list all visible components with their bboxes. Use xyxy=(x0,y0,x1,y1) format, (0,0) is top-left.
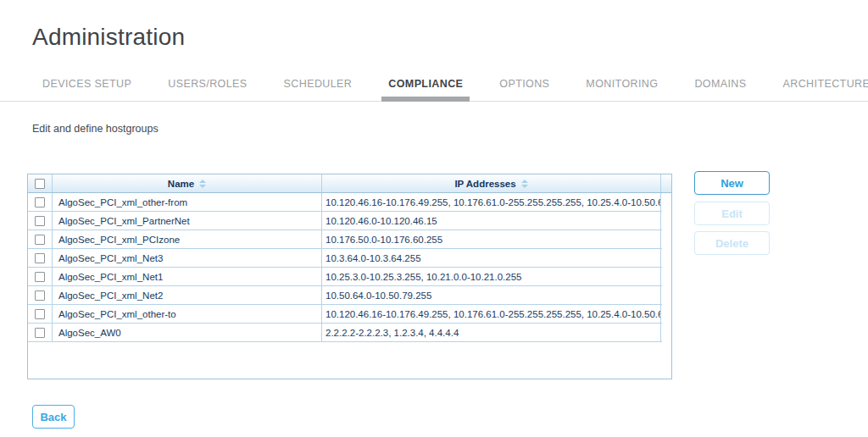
row-checkbox[interactable] xyxy=(35,197,45,207)
tab-scheduler[interactable]: SCHEDULER xyxy=(284,76,353,102)
edit-button[interactable]: Edit xyxy=(694,202,770,225)
hostgroup-name: AlgoSec_PCI_xml_PCIzone xyxy=(53,230,322,248)
hostgroup-ip-addresses: 2.2.2.2-2.2.2.3, 1.2.3.4, 4.4.4.4 xyxy=(322,324,661,341)
hostgroups-table: Name IP Addresses AlgoSec_PCI_xml_other-… xyxy=(27,174,672,379)
row-checkbox-cell xyxy=(28,230,53,248)
table-row[interactable]: AlgoSec_PCI_xml_Net1 10.25.3.0-10.25.3.2… xyxy=(28,268,662,286)
hostgroup-name: AlgoSec_PCI_xml_PartnerNet xyxy=(53,212,322,230)
select-all-cell xyxy=(28,174,53,192)
column-header-ip-label: IP Addresses xyxy=(454,179,515,189)
tab-architecture[interactable]: ARCHITECTURE xyxy=(783,76,868,102)
row-checkbox-cell xyxy=(28,249,53,267)
row-checkbox-cell xyxy=(28,305,53,323)
tab-monitoring[interactable]: MONITORING xyxy=(586,76,658,102)
table-body: AlgoSec_PCI_xml_other-from 10.120.46.16-… xyxy=(28,193,662,342)
table-row[interactable]: AlgoSec_PCI_xml_Net2 10.50.64.0-10.50.79… xyxy=(28,286,662,305)
administration-page: Administration DEVICES SETUPUSERS/ROLESS… xyxy=(0,0,868,437)
hostgroup-name: AlgoSec_PCI_xml_Net1 xyxy=(53,268,322,285)
hostgroup-name: AlgoSec_PCI_xml_Net3 xyxy=(53,249,322,267)
tab-devices-setup[interactable]: DEVICES SETUP xyxy=(42,76,131,102)
back-button[interactable]: Back xyxy=(32,405,75,429)
hostgroup-ip-addresses: 10.176.50.0-10.176.60.255 xyxy=(322,230,661,248)
new-button[interactable]: New xyxy=(694,171,770,195)
tab-bar: DEVICES SETUPUSERS/ROLESSCHEDULERCOMPLIA… xyxy=(0,76,868,102)
sort-icon[interactable] xyxy=(521,180,528,188)
hostgroup-name: AlgoSec_PCI_xml_other-from xyxy=(53,193,322,211)
hostgroup-ip-addresses: 10.3.64.0-10.3.64.255 xyxy=(322,249,661,267)
table-row[interactable]: AlgoSec_PCI_xml_PCIzone 10.176.50.0-10.1… xyxy=(28,230,662,249)
hostgroup-ip-addresses: 10.120.46.16-10.176.49.255, 10.176.61.0-… xyxy=(322,193,661,211)
hostgroup-name: AlgoSec_AW0 xyxy=(53,324,322,341)
table-row[interactable]: AlgoSec_PCI_xml_other-from 10.120.46.16-… xyxy=(28,193,662,212)
table-row[interactable]: AlgoSec_PCI_xml_Net3 10.3.64.0-10.3.64.2… xyxy=(28,249,662,268)
tab-compliance[interactable]: COMPLIANCE xyxy=(388,76,463,102)
row-checkbox-cell xyxy=(28,212,53,230)
tab-users-roles[interactable]: USERS/ROLES xyxy=(168,76,247,102)
row-checkbox[interactable] xyxy=(35,328,45,338)
row-checkbox[interactable] xyxy=(35,235,45,245)
scrollbar-track-header xyxy=(661,174,671,192)
hostgroup-ip-addresses: 10.50.64.0-10.50.79.255 xyxy=(322,286,661,304)
column-header-ip[interactable]: IP Addresses xyxy=(322,174,661,192)
table-header-row: Name IP Addresses xyxy=(28,174,671,193)
sort-icon[interactable] xyxy=(199,180,206,188)
row-checkbox-cell xyxy=(28,324,53,341)
table-row[interactable]: AlgoSec_PCI_xml_PartnerNet 10.120.46.0-1… xyxy=(28,212,662,230)
table-row[interactable]: AlgoSec_AW0 2.2.2.2-2.2.2.3, 1.2.3.4, 4.… xyxy=(28,324,662,342)
delete-button[interactable]: Delete xyxy=(694,231,770,255)
column-header-name[interactable]: Name xyxy=(53,174,322,192)
column-header-name-label: Name xyxy=(168,179,194,189)
row-checkbox-cell xyxy=(28,268,53,285)
row-checkbox[interactable] xyxy=(35,309,45,319)
row-checkbox[interactable] xyxy=(35,290,45,301)
table-row[interactable]: AlgoSec_PCI_xml_other-to 10.120.46.16-10… xyxy=(28,305,662,324)
hostgroup-ip-addresses: 10.120.46.0-10.120.46.15 xyxy=(322,212,661,230)
hostgroup-ip-addresses: 10.120.46.16-10.176.49.255, 10.176.61.0-… xyxy=(322,305,661,323)
hostgroup-ip-addresses: 10.25.3.0-10.25.3.255, 10.21.0.0-10.21.0… xyxy=(322,268,661,285)
row-checkbox[interactable] xyxy=(35,253,45,263)
row-checkbox-cell xyxy=(28,193,53,211)
select-all-checkbox[interactable] xyxy=(35,179,45,189)
tab-options[interactable]: OPTIONS xyxy=(499,76,549,102)
tab-domains[interactable]: DOMAINS xyxy=(694,76,746,102)
hostgroup-name: AlgoSec_PCI_xml_Net2 xyxy=(53,286,322,304)
hostgroup-name: AlgoSec_PCI_xml_other-to xyxy=(53,305,322,323)
page-title: Administration xyxy=(32,24,185,51)
row-checkbox[interactable] xyxy=(35,272,45,282)
hostgroups-description: Edit and define hostgroups xyxy=(32,123,159,135)
row-checkbox[interactable] xyxy=(35,216,45,226)
row-checkbox-cell xyxy=(28,286,53,304)
